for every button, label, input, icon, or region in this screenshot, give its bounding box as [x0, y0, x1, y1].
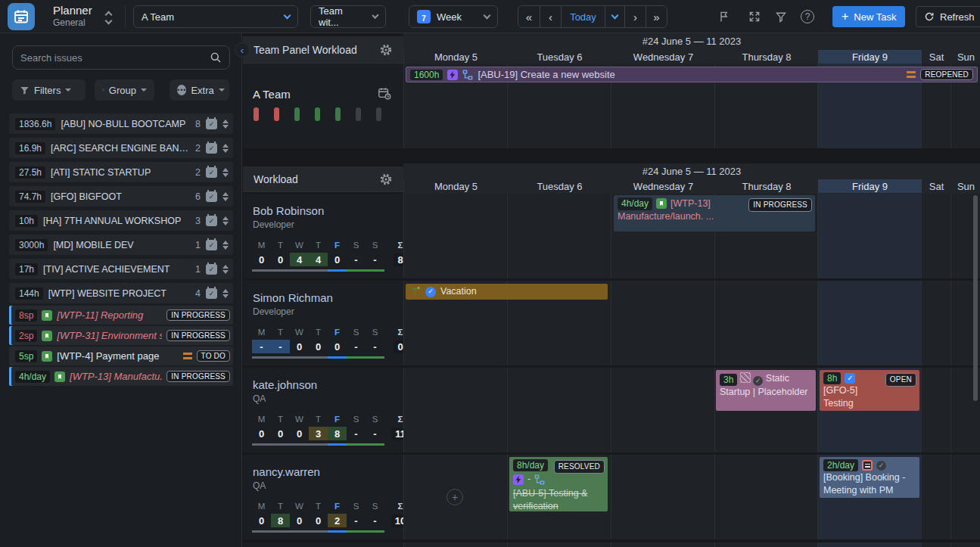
sort-arrows-icon[interactable] [222, 265, 229, 274]
sort-arrows-icon[interactable] [222, 192, 229, 201]
refresh-icon [924, 11, 935, 22]
next-week-button[interactable]: › [624, 6, 646, 27]
task-card-wtp-13[interactable]: 4h/day [WTP-13] Manufacture/launch. ... … [614, 195, 815, 232]
search-icon[interactable] [210, 51, 222, 64]
person-name[interactable]: Bob Robinson [253, 204, 324, 217]
extra-dots-icon: ••• [177, 85, 186, 95]
task-card-abu-5[interactable]: 8h/day - [ABU-5] Testing & verification … [509, 457, 608, 511]
team-name[interactable]: A Team [253, 88, 291, 101]
collapse-sidebar-button[interactable]: ‹ [235, 42, 250, 57]
person-row-bob-robinson: Bob Robinson Developer MT WT FS SΣ 00 44… [243, 194, 980, 278]
add-task-cell-button[interactable]: + [446, 489, 463, 505]
task-card-gfo-5[interactable]: 8h ✓ [GFO-5] Testing OPEN [820, 370, 919, 411]
person-name[interactable]: kate.johnson [253, 378, 317, 391]
project-row[interactable]: 74.7h [GFO] BIGFOOT 6 ✓ [9, 186, 233, 207]
sort-arrows-icon[interactable] [222, 168, 229, 177]
project-row[interactable]: 27.5h [ATI] STATIC STARTUP 2 ✓ [9, 162, 233, 182]
today-dropdown-button[interactable] [605, 6, 624, 27]
week-legend: MT WT FS SΣ [252, 241, 410, 250]
sort-arrows-icon[interactable] [222, 216, 229, 225]
project-name: [TIV] ACTIVE ACHIEVEMENT [43, 264, 190, 275]
calendar-check-icon[interactable]: ✓ [206, 191, 217, 202]
sort-arrows-icon[interactable] [222, 144, 229, 153]
calendar-check-icon[interactable]: ✓ [206, 288, 217, 299]
person-schedule-grid[interactable]: + 8h/day - [ABU-5] Testing & verificatio… [403, 455, 980, 539]
booking-icon [862, 460, 873, 471]
project-name: [ABU] NO-BULL BOOTCAMP [61, 119, 190, 129]
project-row[interactable]: 1836.6h [ABU] NO-BULL BOOTCAMP 8 ✓ [9, 113, 233, 134]
project-row[interactable]: 3000h [MD] MOBILE DEV 1 ✓ [9, 235, 233, 255]
vertical-scrollbar[interactable] [973, 195, 978, 401]
status-badge: REOPENED [920, 69, 973, 80]
fullscreen-icon[interactable] [747, 9, 762, 24]
new-task-button[interactable]: + New Task [832, 6, 905, 27]
today-button[interactable]: Today [561, 6, 605, 27]
calendar-check-icon[interactable]: ✓ [206, 143, 217, 154]
scope-select[interactable]: Team wit... [310, 5, 386, 28]
search-input[interactable] [20, 52, 210, 64]
task-name: [WTP-11] Reporting [57, 309, 162, 321]
calendar-check-icon[interactable]: ✓ [206, 264, 217, 275]
task-row[interactable]: 5sp [WTP-4] Payment page TO DO [9, 347, 233, 365]
project-row[interactable]: 16.9h [ARC] SEARCH ENGINE BAND... 2 ✓ [9, 138, 233, 158]
sort-arrows-icon[interactable] [222, 289, 229, 298]
filter-funnel-icon[interactable] [773, 9, 789, 24]
project-name: [ATI] STATIC STARTUP [51, 167, 190, 178]
team-select[interactable]: A Team [133, 5, 298, 28]
task-row[interactable]: 2sp [WTP-31] Environment s... IN PROGRES… [9, 326, 233, 345]
gear-icon[interactable] [379, 172, 393, 186]
project-row[interactable]: 10h [HA] 7TH ANNUAL WORKSHOP 3 ✓ [9, 210, 233, 231]
week-hours: -- 00 0- -0 [252, 340, 410, 353]
refresh-button[interactable]: Refresh [916, 6, 980, 27]
help-icon[interactable]: ? [801, 10, 814, 23]
sort-arrows-icon[interactable] [222, 120, 229, 129]
day-header-row: Monday 5 Tuesday 6 Wednesday 7 Thursday … [403, 50, 980, 64]
person-role: Developer [253, 306, 294, 317]
person-schedule-grid[interactable]: ✓ Vacation [403, 281, 980, 365]
person-name[interactable]: Simon Richman [253, 291, 333, 304]
person-schedule-grid[interactable]: 4h/day [WTP-13] Manufacture/launch. ... … [403, 194, 980, 278]
scope-select-value: Team wit... [319, 5, 361, 28]
workload-header: Workload [243, 166, 403, 192]
calendar-check-icon[interactable]: ✓ [206, 240, 217, 250]
epic-banner-abu-19[interactable]: 1600h [ABU-19] Create a new website REOP… [406, 67, 978, 82]
calendar-check-icon[interactable]: ✓ [206, 167, 217, 178]
filters-button[interactable]: Filters [12, 79, 86, 101]
project-hours-badge: 17h [15, 263, 38, 275]
gear-icon[interactable] [379, 43, 393, 57]
flag-icon[interactable] [717, 9, 732, 24]
group-button[interactable]: Group [95, 79, 154, 101]
project-hours-badge: 27.5h [15, 166, 45, 179]
person-schedule-grid[interactable]: 3h ✓ Static Startup | Placeholder 8h ✓ [… [403, 368, 980, 452]
calendar-check-icon[interactable]: ✓ [206, 216, 217, 226]
app-switcher-chevrons-icon[interactable] [105, 10, 114, 23]
view-select[interactable]: 7 Week [409, 5, 498, 28]
task-name: [WTP-13] Manufactu... [70, 371, 162, 382]
hours-badge: 1600h [410, 70, 443, 80]
task-card-static-startup[interactable]: 3h ✓ Static Startup | Placeholder [716, 370, 816, 411]
task-row[interactable]: 4h/day [WTP-13] Manufactu... IN PROGRESS [9, 367, 233, 386]
sort-arrows-icon[interactable] [222, 241, 229, 250]
person-name[interactable]: nancy.warren [253, 465, 320, 478]
project-count: 2 [195, 143, 201, 154]
project-count: 4 [195, 288, 201, 299]
extra-button[interactable]: ••• Extra [170, 79, 229, 101]
vacation-banner[interactable]: ✓ Vacation [406, 284, 608, 300]
calendar-check-icon[interactable]: ✓ [206, 119, 217, 129]
last-week-button[interactable]: » [646, 6, 667, 27]
day-header: Monday 5 [404, 179, 508, 193]
project-hours-badge: 3000h [15, 239, 48, 251]
previous-week-button[interactable]: ‹ [540, 6, 561, 27]
story-icon [42, 331, 52, 341]
task-row[interactable]: 8sp [WTP-11] Reporting IN PROGRESS [9, 306, 233, 325]
checkbox-icon: ✓ [845, 373, 855, 384]
task-card-booking[interactable]: 2h/day ✓ [Booking] Booking - Meeting wit… [820, 457, 919, 498]
panel-title: Team Panel Workload [254, 44, 357, 56]
day-header: Sat [922, 50, 951, 64]
first-week-button[interactable]: « [518, 6, 540, 27]
app-subtitle: General [53, 17, 92, 29]
calendar-clock-icon[interactable] [378, 86, 391, 100]
project-row[interactable]: 17h [TIV] ACTIVE ACHIEVEMENT 1 ✓ [9, 259, 233, 279]
project-row[interactable]: 144h [WTP] WEBSITE PROJECT 4 ✓ [9, 283, 233, 303]
app-logo-calendar-icon[interactable] [8, 3, 35, 30]
